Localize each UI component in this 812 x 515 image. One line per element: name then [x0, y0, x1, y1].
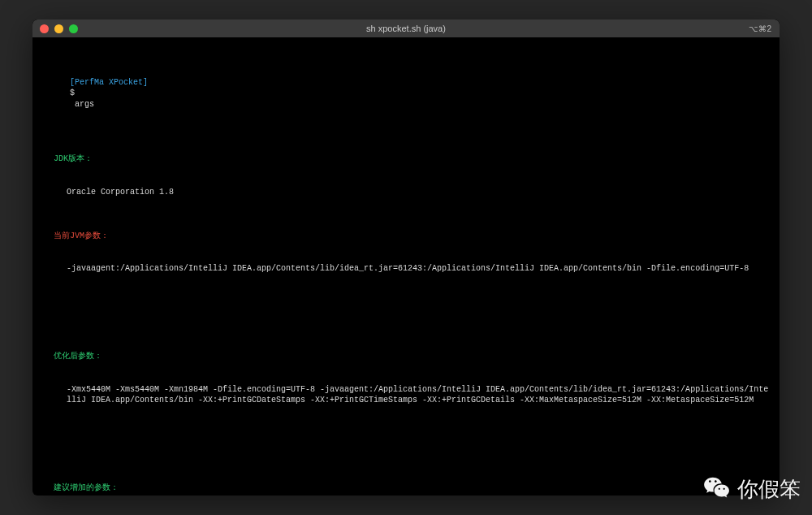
prompt-dollar: $ — [70, 89, 75, 97]
wechat-icon — [703, 476, 731, 503]
optimized-label: 优化后参数： — [41, 351, 771, 362]
titlebar: sh xpocket.sh (java) ⌥⌘2 — [32, 19, 780, 37]
suggest-label: 建议增加的参数： — [41, 483, 771, 494]
watermark: 你假笨 — [703, 475, 801, 504]
maximize-icon[interactable] — [69, 24, 78, 33]
terminal-content[interactable]: [PerfMa XPocket] $ args JDK版本： Oracle Co… — [32, 37, 780, 496]
command-text: args — [75, 100, 94, 109]
prompt-label: [PerfMa XPocket] — [70, 78, 148, 87]
traffic-lights — [32, 24, 78, 33]
jdk-label: JDK版本： — [41, 154, 771, 165]
close-icon[interactable] — [40, 24, 49, 33]
jdk-value: Oracle Corporation 1.8 — [41, 187, 771, 198]
terminal-window: sh xpocket.sh (java) ⌥⌘2 [PerfMa XPocket… — [32, 19, 780, 496]
current-jvm-value: -javaagent:/Applications/IntelliJ IDEA.a… — [41, 263, 771, 275]
current-jvm-label: 当前JVM参数： — [41, 231, 771, 242]
window-title: sh xpocket.sh (java) — [32, 24, 780, 33]
titlebar-indicator: ⌥⌘2 — [749, 24, 771, 33]
optimized-value: -Xmx5440M -Xms5440M -Xmn1984M -Dfile.enc… — [41, 384, 771, 406]
minimize-icon[interactable] — [54, 24, 63, 33]
watermark-text: 你假笨 — [737, 475, 801, 504]
